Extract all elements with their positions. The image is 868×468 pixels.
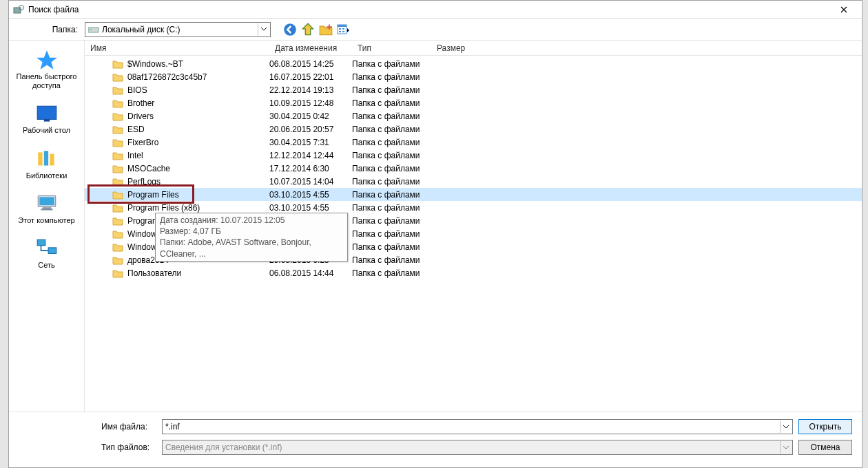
file-type: Папка с файлами: [352, 216, 431, 226]
toolbar-buttons: [283, 23, 351, 36]
titlebar: Поиск файла: [9, 1, 862, 19]
folder-icon: [112, 59, 123, 69]
table-row[interactable]: MSOCache17.12.2014 6:30Папка с файлами: [85, 162, 862, 175]
folder-icon: [112, 255, 123, 265]
file-date: 30.04.2015 7:31: [269, 138, 352, 147]
back-button[interactable]: [283, 23, 297, 36]
svg-rect-19: [41, 209, 52, 210]
close-button[interactable]: [830, 3, 858, 17]
folder-tooltip: Дата создания: 10.07.2015 12:05 Размер: …: [155, 213, 348, 262]
table-row[interactable]: 08af1726872c3c45b716.07.2015 22:01Папка …: [85, 70, 862, 83]
place-thispc[interactable]: Этот компьютер: [12, 193, 81, 225]
file-date: 03.10.2015 4:55: [269, 203, 352, 213]
svg-rect-11: [37, 106, 56, 119]
toolbar: Папка: Локальный диск (C:): [9, 19, 862, 41]
folder-dropdown[interactable]: Локальный диск (C:): [85, 22, 271, 37]
place-desktop[interactable]: Рабочий стол: [12, 103, 81, 135]
chevron-down-icon: [780, 421, 791, 433]
filename-input[interactable]: *.inf: [162, 419, 793, 434]
file-type: Папка с файлами: [352, 164, 431, 173]
computer-icon: [35, 193, 59, 213]
column-headers: Имя Дата изменения Тип Размер: [85, 41, 862, 56]
svg-rect-12: [43, 119, 50, 121]
table-row[interactable]: Program Files03.10.2015 4:55Папка с файл…: [85, 188, 862, 201]
file-type: Папка с файлами: [352, 151, 431, 160]
table-row[interactable]: Intel12.12.2014 12:44Папка с файлами: [85, 149, 862, 162]
desktop-icon: [35, 103, 59, 123]
col-size[interactable]: Размер: [437, 43, 492, 53]
svg-rect-2: [88, 28, 99, 32]
file-date: 20.06.2015 20:57: [269, 125, 352, 134]
cancel-button[interactable]: Отмена: [798, 440, 852, 455]
file-type: Папка с файлами: [352, 229, 431, 239]
file-date: 17.12.2014 6:30: [269, 164, 352, 173]
folder-label: Папка:: [16, 25, 78, 34]
svg-rect-9: [342, 28, 344, 30]
open-button[interactable]: Открыть: [798, 419, 852, 434]
window-title: Поиск файла: [28, 5, 830, 14]
file-name: Program Files: [127, 190, 269, 200]
svg-rect-17: [39, 197, 54, 205]
folder-icon: [112, 229, 123, 239]
folder-icon: [112, 138, 123, 147]
place-libraries[interactable]: Библиотеки: [12, 148, 81, 180]
folder-icon: [112, 164, 123, 173]
file-name: FixerBro: [127, 138, 269, 147]
new-folder-button[interactable]: [319, 23, 333, 36]
file-name: $Windows.~BT: [127, 59, 269, 69]
up-button[interactable]: [301, 23, 315, 36]
file-type: Папка с файлами: [352, 138, 431, 147]
table-row[interactable]: BIOS22.12.2014 19:13Папка с файлами: [85, 83, 862, 96]
svg-rect-7: [339, 28, 341, 30]
table-row[interactable]: PerfLogs10.07.2015 14:04Папка с файлами: [85, 175, 862, 188]
places-sidebar: Панель быстрого доступа Рабочий стол Биб…: [9, 41, 85, 412]
table-row[interactable]: $Windows.~BT06.08.2015 14:25Папка с файл…: [85, 57, 862, 70]
svg-rect-13: [38, 152, 42, 165]
file-name: Intel: [127, 151, 269, 160]
svg-rect-14: [43, 151, 48, 165]
place-quickaccess[interactable]: Панель быстрого доступа: [12, 49, 81, 90]
table-row[interactable]: FixerBro30.04.2015 7:31Папка с файлами: [85, 136, 862, 149]
svg-rect-10: [342, 31, 344, 32]
view-menu-button[interactable]: [337, 23, 351, 36]
svg-rect-8: [339, 31, 341, 32]
table-row[interactable]: Drivers30.04.2015 0:42Папка с файлами: [85, 109, 862, 123]
folder-icon: [112, 242, 123, 252]
dialog-body: Панель быстрого доступа Рабочий стол Биб…: [9, 41, 862, 412]
col-type[interactable]: Тип: [358, 43, 437, 53]
file-type: Папка с файлами: [352, 190, 431, 200]
table-row[interactable]: ESD20.06.2015 20:57Папка с файлами: [85, 123, 862, 136]
col-name[interactable]: Имя: [90, 43, 275, 53]
svg-point-4: [284, 23, 296, 36]
quickaccess-icon: [35, 49, 59, 70]
file-date: 30.04.2015 0:42: [269, 111, 352, 121]
svg-rect-15: [50, 153, 54, 165]
svg-rect-6: [338, 25, 347, 27]
file-type: Папка с файлами: [352, 268, 431, 278]
folder-icon: [112, 216, 123, 226]
file-type: Папка с файлами: [352, 85, 431, 95]
folder-icon: [112, 203, 123, 213]
folder-icon: [112, 72, 123, 82]
file-name: Program Files (x86): [127, 203, 269, 213]
file-date: 03.10.2015 4:55: [269, 190, 352, 200]
folder-icon: [112, 177, 123, 187]
folder-icon: [112, 190, 123, 200]
svg-rect-20: [37, 240, 45, 246]
file-name: PerfLogs: [127, 177, 269, 187]
table-row[interactable]: Brother10.09.2015 12:48Папка с файлами: [85, 96, 862, 109]
file-date: 06.08.2015 14:25: [269, 59, 352, 69]
file-type: Папка с файлами: [352, 203, 431, 213]
file-listing: Имя Дата изменения Тип Размер $Windows.~…: [85, 41, 862, 412]
svg-rect-3: [90, 29, 92, 30]
file-name: BIOS: [127, 85, 269, 95]
col-date[interactable]: Дата изменения: [275, 43, 358, 53]
file-type: Папка с файлами: [352, 72, 431, 82]
filetype-dropdown[interactable]: Сведения для установки (*.inf): [162, 440, 793, 455]
place-network[interactable]: Сеть: [12, 237, 81, 270]
file-type: Папка с файлами: [352, 255, 431, 265]
file-type: Папка с файлами: [352, 98, 431, 108]
folder-icon: [112, 85, 123, 95]
svg-rect-21: [48, 248, 56, 254]
table-row[interactable]: Пользователи06.08.2015 14:44Папка с файл…: [85, 266, 862, 279]
